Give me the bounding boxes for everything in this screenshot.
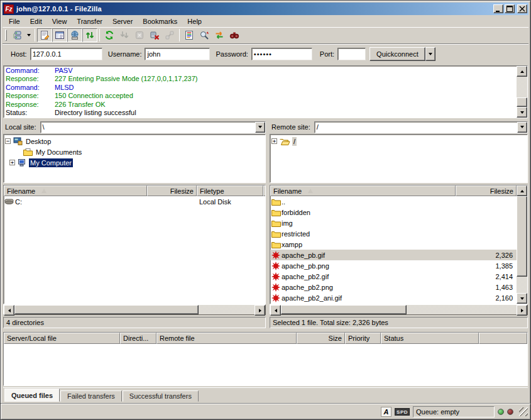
toggle-transfer-queue-button[interactable]	[82, 28, 97, 42]
local-tree[interactable]: − Desktop My Documents + My Computer	[3, 134, 266, 183]
remote-site-value[interactable]: /	[315, 122, 517, 133]
password-input[interactable]: ••••••	[251, 48, 312, 60]
scroll-thumb[interactable]	[14, 305, 199, 314]
menu-edit[interactable]: Edit	[25, 16, 47, 26]
message-log[interactable]: Command:PASV Response:227 Entering Passi…	[3, 65, 528, 118]
remote-site-combobox[interactable]: /	[314, 121, 528, 133]
file-row[interactable]: apache_pb2.png 1,463	[270, 282, 517, 292]
toolbar-grip[interactable]	[5, 30, 7, 41]
host-input[interactable]: 127.0.0.1	[30, 48, 102, 60]
local-horizontal-scrollbar[interactable]	[3, 304, 266, 315]
site-manager-button[interactable]	[9, 28, 25, 42]
quickconnect-button[interactable]: Quickconnect	[370, 47, 425, 61]
menu-view[interactable]: View	[47, 16, 72, 26]
toggle-remote-tree-button[interactable]	[67, 28, 82, 42]
minimize-button[interactable]	[493, 4, 503, 13]
maximize-button[interactable]	[505, 4, 515, 13]
scroll-up-button[interactable]	[517, 185, 527, 196]
username-label: Username:	[108, 50, 142, 58]
collapse-icon[interactable]: −	[5, 138, 11, 144]
username-input[interactable]: john	[145, 48, 210, 60]
synchronized-browsing-button[interactable]	[212, 28, 227, 42]
column-header-remote-file[interactable]: Remote file	[156, 333, 297, 344]
column-header-filesize[interactable]: Filesize	[456, 185, 517, 196]
quickconnect-dropdown-button[interactable]	[425, 47, 435, 61]
file-row[interactable]: apache_pb2_ani.gif 2,160	[270, 292, 517, 303]
file-row[interactable]: xampp	[270, 239, 517, 250]
directory-comparison-button[interactable]	[197, 28, 212, 42]
log-scrollbar[interactable]	[517, 66, 527, 118]
remote-list-body[interactable]: .. forbidden img res	[270, 196, 517, 303]
queue-body[interactable]	[4, 344, 527, 385]
site-manager-dropdown-button[interactable]	[25, 28, 33, 42]
column-header-filename[interactable]: Filename	[4, 185, 147, 196]
expand-icon[interactable]: +	[271, 138, 277, 144]
column-header-last-modified[interactable]: L	[263, 185, 266, 196]
scroll-right-button[interactable]	[517, 305, 527, 316]
local-site-value[interactable]: \	[41, 122, 255, 133]
site-manager-icon	[12, 30, 22, 40]
column-header-size[interactable]: Size	[297, 333, 345, 344]
toggle-message-log-button[interactable]	[37, 28, 52, 42]
file-row[interactable]: restricted	[270, 228, 517, 239]
menu-bookmarks[interactable]: Bookmarks	[138, 16, 182, 26]
scroll-left-button[interactable]	[270, 305, 281, 316]
close-button[interactable]	[517, 4, 527, 13]
tab-queued-files[interactable]: Queued files	[4, 389, 60, 402]
password-label: Password:	[216, 50, 248, 58]
file-row[interactable]: forbidden	[270, 207, 517, 218]
image-file-icon	[270, 251, 282, 260]
file-row-local-disk[interactable]: C: Local Disk	[4, 196, 265, 207]
menu-help[interactable]: Help	[182, 16, 207, 26]
window-resize-grip[interactable]	[519, 407, 528, 416]
tree-item-desktop[interactable]: − Desktop	[5, 136, 264, 146]
column-header-server-local-file[interactable]: Server/Local file	[4, 333, 120, 344]
file-row[interactable]: ..	[270, 196, 517, 207]
local-site-combobox[interactable]: \	[40, 121, 266, 133]
tree-item-my-computer[interactable]: + My Computer	[5, 157, 264, 168]
scroll-thumb[interactable]	[517, 97, 527, 107]
scroll-thumb[interactable]	[281, 305, 407, 314]
remote-site-dropdown-button[interactable]	[517, 122, 527, 133]
tab-successful-transfers[interactable]: Successful transfers	[123, 390, 199, 402]
disconnect-button[interactable]	[147, 28, 162, 42]
process-queue-button[interactable]	[117, 28, 132, 42]
tab-failed-transfers[interactable]: Failed transfers	[60, 390, 122, 402]
find-files-button[interactable]	[227, 28, 242, 42]
file-row-selected[interactable]: apache_pb.gif 2,326	[270, 250, 517, 260]
menu-server[interactable]: Server	[107, 16, 138, 26]
menu-transfer[interactable]: Transfer	[72, 16, 107, 26]
cancel-operation-button[interactable]	[132, 28, 147, 42]
column-header-filetype[interactable]: Filetype	[197, 185, 263, 196]
file-row[interactable]: img	[270, 218, 517, 228]
port-input[interactable]	[337, 48, 366, 60]
column-header-direction[interactable]: Directi...	[120, 333, 156, 344]
column-header-status[interactable]: Status	[381, 333, 479, 344]
my-documents-icon	[23, 148, 33, 156]
column-header-priority[interactable]: Priority	[345, 333, 381, 344]
expand-icon[interactable]: +	[9, 160, 15, 165]
title-bar[interactable]: Fz john@127.0.0.1 - FileZilla	[3, 3, 528, 15]
scroll-thumb[interactable]	[517, 196, 527, 277]
directory-filters-button[interactable]	[182, 28, 197, 42]
scroll-right-button[interactable]	[255, 305, 265, 316]
menu-file[interactable]: File	[4, 16, 25, 26]
remote-tree[interactable]: + /	[270, 134, 528, 183]
scroll-up-button[interactable]	[517, 66, 527, 77]
remote-horizontal-scrollbar[interactable]	[270, 304, 528, 315]
local-site-dropdown-button[interactable]	[255, 122, 265, 133]
refresh-button[interactable]	[102, 28, 117, 42]
file-row[interactable]: apache_pb2.gif 2,414	[270, 271, 517, 282]
scroll-down-button[interactable]	[517, 107, 527, 118]
scroll-left-button[interactable]	[4, 305, 14, 316]
remote-vertical-scrollbar[interactable]	[517, 185, 527, 304]
reconnect-button[interactable]	[162, 28, 177, 42]
local-list-body[interactable]: C: Local Disk	[4, 196, 265, 207]
column-header-filename[interactable]: Filename	[270, 185, 456, 196]
column-header-filesize[interactable]: Filesize	[147, 185, 197, 196]
toggle-local-tree-button[interactable]	[52, 28, 67, 42]
tree-item-my-documents[interactable]: My Documents	[5, 146, 264, 157]
scroll-down-button[interactable]	[517, 293, 527, 304]
tree-item-root[interactable]: + /	[271, 136, 526, 146]
file-row[interactable]: apache_pb.png 1,385	[270, 260, 517, 271]
